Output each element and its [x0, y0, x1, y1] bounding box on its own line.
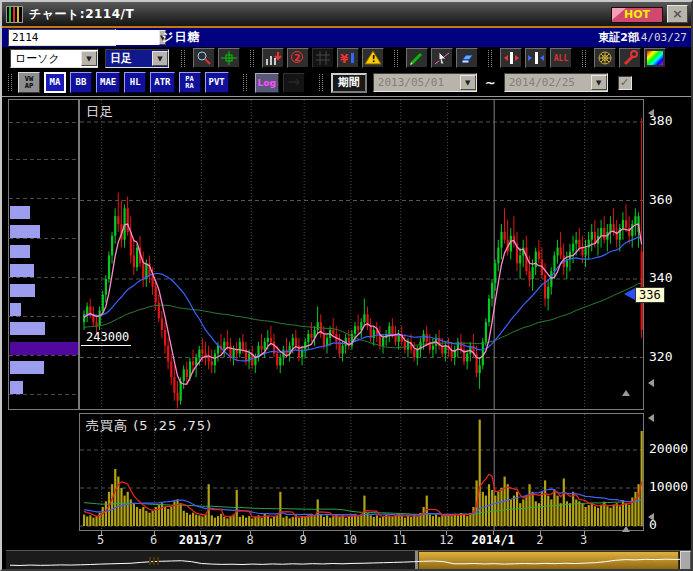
axis-scroll-down-icon[interactable] — [648, 379, 654, 387]
toolbar-grip[interactable] — [488, 50, 492, 67]
palette-icon[interactable] — [644, 48, 666, 68]
web-settings-icon[interactable] — [594, 48, 616, 68]
yen-marker-icon[interactable]: ¥ — [337, 48, 359, 68]
eraser-icon[interactable] — [456, 48, 478, 68]
period-checkbox[interactable]: ✓ — [618, 76, 632, 90]
candle-body — [239, 342, 241, 354]
toolbar-grip[interactable] — [243, 74, 247, 91]
stock-code-combo[interactable]: ▼ — [8, 29, 116, 46]
volume-bar — [114, 469, 116, 526]
candle-body — [270, 338, 272, 342]
volume-bar — [161, 503, 163, 526]
time-axis-tick — [250, 531, 251, 535]
wrench-icon[interactable] — [619, 48, 641, 68]
volume-bar — [198, 515, 200, 526]
candle-body — [173, 377, 175, 393]
indicator-button-hl[interactable]: HL — [124, 72, 146, 93]
price-panel[interactable] — [79, 99, 644, 410]
chevron-down-icon[interactable]: ▼ — [460, 75, 476, 90]
volume-bar — [204, 515, 206, 526]
crosshair-icon[interactable] — [218, 48, 240, 68]
candle-body — [532, 267, 534, 279]
volume-panel-label: 売買高 (5 ,25 ,75) — [86, 417, 212, 435]
volume-bar — [600, 505, 602, 526]
axis-scroll-up-icon[interactable] — [648, 109, 654, 117]
show-all-icon[interactable]: ALL — [550, 48, 572, 68]
stock-name: フジ日糖 — [148, 29, 201, 46]
vol-axis-scroll-down-icon[interactable] — [648, 513, 654, 521]
panel-resize-icon[interactable] — [622, 390, 630, 396]
volume-bar — [513, 496, 515, 526]
period-from-select[interactable]: 2013/05/01 ▼ — [373, 73, 477, 92]
candle-body — [176, 393, 178, 401]
period-to-select[interactable]: 2014/02/25 ▼ — [504, 73, 608, 92]
log-scale-button[interactable]: Log — [255, 73, 279, 93]
profile-bar — [10, 361, 44, 374]
navigator-end-button[interactable] — [680, 551, 691, 571]
navigator-grip-icon[interactable] — [157, 557, 159, 565]
volume-bar — [500, 488, 502, 526]
candle-body — [581, 248, 583, 256]
vol-axis-scroll-up-icon[interactable] — [648, 414, 654, 422]
candle-body — [127, 208, 129, 232]
volume-bar — [342, 515, 344, 526]
grid-icon[interactable] — [312, 48, 334, 68]
indicator-button-bb[interactable]: BB — [70, 72, 92, 93]
pointer-icon[interactable] — [431, 48, 453, 68]
window-title: チャート:2114/T — [29, 6, 134, 23]
volume-bar — [183, 511, 185, 526]
indicator-button-pvt[interactable]: PVT — [205, 72, 229, 93]
candle-widen-icon[interactable] — [525, 48, 547, 68]
chart-download-icon[interactable] — [262, 48, 284, 68]
volume-bar — [223, 517, 225, 526]
chevron-down-icon[interactable]: ▼ — [81, 51, 97, 66]
zoom-secondary-icon[interactable]: 2 — [287, 48, 309, 68]
indicator-button-mae[interactable]: MAE — [96, 72, 120, 93]
volume-bar — [457, 515, 459, 526]
history-navigator[interactable] — [6, 550, 691, 570]
next-arrow-icon[interactable]: → — [283, 73, 305, 93]
time-axis-label: 3 — [580, 533, 587, 547]
alert-icon[interactable]: ! — [362, 48, 384, 68]
candle-body — [491, 283, 493, 299]
toolbar-grip[interactable] — [250, 50, 254, 67]
candle-body — [426, 334, 428, 342]
toolbar-grip[interactable] — [181, 50, 185, 67]
timeframe-select[interactable]: 日足 ▼ — [105, 49, 169, 68]
chevron-down-icon[interactable]: ▼ — [152, 51, 168, 66]
pencil-icon[interactable] — [406, 48, 428, 68]
navigator-grip-icon[interactable] — [153, 557, 155, 565]
volume-bar — [298, 518, 300, 526]
time-axis-tick — [584, 531, 585, 535]
toolbar-grip[interactable] — [582, 50, 586, 67]
indicator-button-atr[interactable]: ATR — [150, 72, 174, 93]
candle-body — [416, 350, 418, 358]
indicator-button-ma[interactable]: MA — [44, 72, 66, 93]
titlebar[interactable]: チャート:2114/T — [2, 2, 691, 26]
vol-panel-resize-icon[interactable] — [622, 526, 630, 532]
candle-narrow-icon[interactable] — [500, 48, 522, 68]
candle-body — [99, 310, 101, 326]
period-button[interactable]: 期間 — [331, 73, 367, 93]
volume-bar — [139, 509, 141, 526]
chart-type-select[interactable]: ローソク ▼ — [10, 49, 98, 68]
volume-bar — [435, 515, 437, 526]
zoom-icon[interactable] — [193, 48, 215, 68]
volume-bar — [528, 484, 530, 526]
price-plot[interactable] — [80, 100, 643, 409]
hot-button[interactable]: HOT — [611, 7, 663, 23]
close-icon[interactable]: × — [667, 5, 688, 23]
indicator-button-para[interactable]: PARA — [179, 72, 201, 93]
svg-text:¥: ¥ — [340, 52, 349, 66]
toolbar-grip[interactable] — [319, 74, 323, 91]
chevron-down-icon[interactable]: ▼ — [591, 75, 607, 90]
candle-body — [572, 244, 574, 252]
indicator-button-vwap[interactable]: VWAP — [18, 72, 40, 93]
candle-body — [105, 279, 107, 295]
volume-bar — [301, 516, 303, 526]
candle-body — [198, 350, 200, 358]
toolbar-grip[interactable] — [394, 50, 398, 67]
navigator-grip-icon[interactable] — [149, 557, 151, 565]
candle-body — [625, 220, 627, 228]
candle-body — [634, 216, 636, 224]
